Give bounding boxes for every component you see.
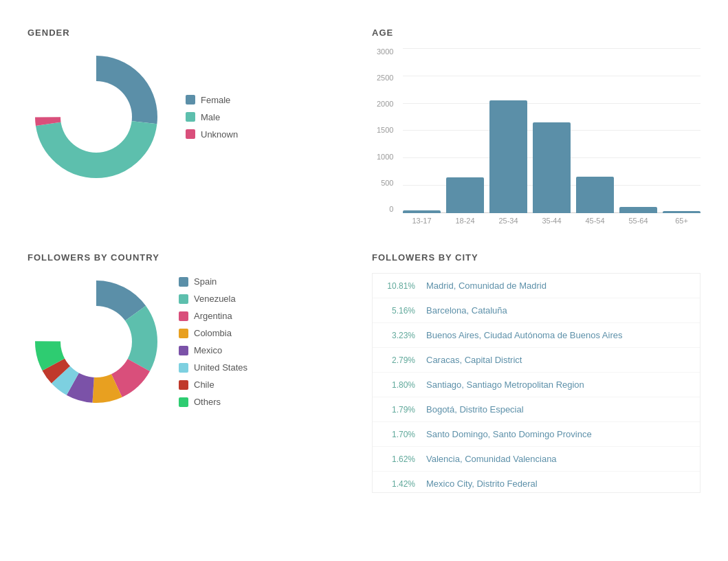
svg-point-12 <box>60 306 132 377</box>
city-name: Santiago, Santiago Metropolitan Region <box>426 380 584 390</box>
legend-country-united-states: United States <box>179 362 247 373</box>
country-section: FOLLOWERS BY COUNTRY <box>14 239 358 507</box>
age-x-label-25-34: 25-34 <box>489 217 527 225</box>
gender-title: GENDER <box>27 28 344 38</box>
country-legend: Spain Venezuela Argentina Colombia Mexic… <box>179 276 247 407</box>
city-item: 1.70% Santo Domingo, Santo Domingo Provi… <box>373 422 700 447</box>
city-item: 1.42% Mexico City, Distrito Federal <box>373 472 700 493</box>
gender-content: Female Male Unknown <box>27 48 344 186</box>
city-name: Valencia, Comunidad Valenciana <box>426 454 557 464</box>
city-name: Buenos Aires, Ciudad Autónoma de Buenos … <box>426 330 622 340</box>
age-x-label-18-24: 18-24 <box>446 217 484 225</box>
age-x-label-55-64: 55-64 <box>619 217 657 225</box>
country-color <box>179 397 188 407</box>
legend-country-mexico: Mexico <box>179 345 247 355</box>
city-name: Barcelona, Cataluña <box>426 305 507 316</box>
age-x-label-35-44: 35-44 <box>533 217 571 225</box>
city-pct: 1.62% <box>381 454 415 464</box>
country-content: Spain Venezuela Argentina Colombia Mexic… <box>27 273 344 410</box>
country-label: Argentina <box>194 311 232 321</box>
country-color <box>179 277 188 287</box>
age-y-axis: 3000 2500 2000 1500 1000 500 0 <box>377 48 393 213</box>
legend-country-venezuela: Venezuela <box>179 294 247 304</box>
legend-unknown: Unknown <box>186 129 238 140</box>
age-bar-55-64 <box>619 207 657 213</box>
legend-country-argentina: Argentina <box>179 311 247 321</box>
country-label: Spain <box>194 276 217 287</box>
age-x-label-45-54: 45-54 <box>576 217 614 225</box>
age-x-labels: 13-1718-2425-3435-4445-5455-6465+ <box>403 217 701 225</box>
country-color <box>179 294 188 304</box>
age-x-label-65+: 65+ <box>663 217 701 225</box>
legend-female: Female <box>186 95 238 105</box>
city-section: FOLLOWERS BY CITY 10.81% Madrid, Comunid… <box>358 239 714 507</box>
legend-country-others: Others <box>179 397 247 407</box>
city-pct: 1.80% <box>381 380 415 390</box>
age-bar-45-54 <box>576 177 614 213</box>
city-pct: 1.70% <box>381 430 415 439</box>
age-x-label-13-17: 13-17 <box>403 217 441 225</box>
city-list[interactable]: 10.81% Madrid, Comunidad de Madrid 5.16%… <box>372 273 701 493</box>
city-title: FOLLOWERS BY CITY <box>372 252 701 263</box>
gender-donut-svg <box>27 48 165 186</box>
city-name: Mexico City, Distrito Federal <box>426 478 538 489</box>
age-bar-25-34 <box>489 100 527 213</box>
country-label: United States <box>194 362 247 373</box>
city-name: Santo Domingo, Santo Domingo Province <box>426 429 592 439</box>
city-name: Bogotá, Distrito Especial <box>426 404 524 415</box>
country-label: Colombia <box>194 328 232 338</box>
gender-donut <box>27 48 165 186</box>
legend-male: Male <box>186 112 238 122</box>
city-item: 5.16% Barcelona, Cataluña <box>373 298 700 323</box>
city-pct: 10.81% <box>381 281 415 291</box>
city-item: 2.79% Caracas, Capital District <box>373 348 700 373</box>
city-item: 10.81% Madrid, Comunidad de Madrid <box>373 274 700 298</box>
city-name: Caracas, Capital District <box>426 355 522 365</box>
age-chart-area <box>403 48 701 213</box>
age-bars <box>403 48 701 213</box>
female-color <box>186 95 195 104</box>
city-pct: 2.79% <box>381 355 415 365</box>
dashboard: GENDER Female <box>0 0 728 520</box>
female-label: Female <box>201 95 230 105</box>
legend-country-colombia: Colombia <box>179 328 247 338</box>
age-bar-65+ <box>663 211 701 213</box>
city-item: 3.23% Buenos Aires, Ciudad Autónoma de B… <box>373 323 700 348</box>
city-pct: 5.16% <box>381 306 415 316</box>
unknown-color <box>186 129 195 139</box>
country-donut-svg <box>27 273 165 410</box>
city-item: 1.79% Bogotá, Distrito Especial <box>373 397 700 422</box>
country-label: Others <box>194 397 221 407</box>
country-color <box>179 329 188 338</box>
city-pct: 1.79% <box>381 405 415 415</box>
city-pct: 3.23% <box>381 331 415 340</box>
age-section: AGE 3000 2500 2000 1500 1000 500 0 <box>358 14 714 239</box>
country-label: Mexico <box>194 345 222 355</box>
age-bar-13-17 <box>403 210 441 213</box>
male-color <box>186 112 195 122</box>
country-color <box>179 363 188 373</box>
gender-section: GENDER Female <box>14 14 358 239</box>
country-donut <box>27 273 165 410</box>
country-color <box>179 380 188 390</box>
country-label: Chile <box>194 380 214 390</box>
country-title: FOLLOWERS BY COUNTRY <box>27 252 344 263</box>
age-chart-wrapper: 3000 2500 2000 1500 1000 500 0 <box>403 48 701 225</box>
legend-country-chile: Chile <box>179 380 247 390</box>
male-label: Male <box>201 112 220 122</box>
city-item: 1.80% Santiago, Santiago Metropolitan Re… <box>373 373 700 397</box>
country-label: Venezuela <box>194 294 236 304</box>
unknown-label: Unknown <box>201 129 238 140</box>
age-bar-35-44 <box>533 122 571 213</box>
city-pct: 1.42% <box>381 479 415 489</box>
legend-country-spain: Spain <box>179 276 247 287</box>
city-name: Madrid, Comunidad de Madrid <box>426 280 547 291</box>
gender-legend: Female Male Unknown <box>186 95 238 140</box>
age-bar-18-24 <box>446 177 484 213</box>
age-title: AGE <box>372 28 701 38</box>
country-color <box>179 346 188 355</box>
city-item: 1.62% Valencia, Comunidad Valenciana <box>373 447 700 472</box>
svg-point-3 <box>60 81 132 153</box>
country-color <box>179 311 188 321</box>
